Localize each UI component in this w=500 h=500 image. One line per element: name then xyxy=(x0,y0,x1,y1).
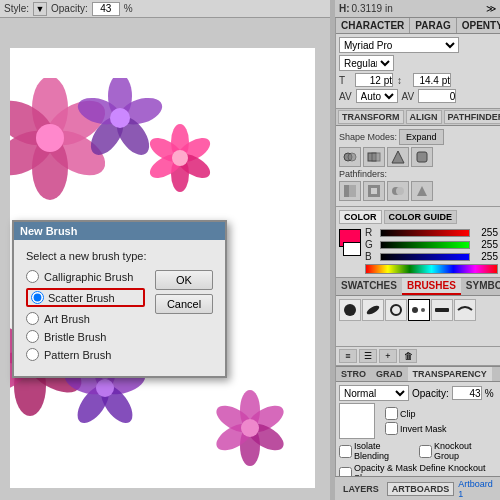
tab-character[interactable]: CHARACTER xyxy=(336,18,410,33)
svg-point-39 xyxy=(240,426,260,466)
svg-point-40 xyxy=(212,418,257,455)
b-value: 255 xyxy=(473,251,498,262)
sbs-tabs: SWATCHES BRUSHES SYMBOLS xyxy=(336,278,500,296)
isolate-blending-check[interactable]: Isolate Blending xyxy=(339,441,416,461)
pathfinder-panel: Shape Modes: Expand Pathfinders: xyxy=(336,126,500,207)
svg-rect-50 xyxy=(349,185,356,197)
tab-align[interactable]: ALIGN xyxy=(406,110,442,124)
g-slider[interactable] xyxy=(380,241,470,249)
color-spectrum-bar[interactable] xyxy=(365,264,498,274)
brush-item-1[interactable] xyxy=(339,299,361,321)
radio-calligraphic-row: Calligraphic Brush xyxy=(26,270,145,283)
tab-layers[interactable]: LAYERS xyxy=(339,483,383,495)
opacity-input[interactable] xyxy=(92,2,120,16)
brush-delete-btn[interactable]: 🗑 xyxy=(399,349,417,363)
svg-point-13 xyxy=(171,124,189,160)
ok-button[interactable]: OK xyxy=(155,270,213,290)
style-dropdown[interactable]: ▼ xyxy=(33,2,47,16)
brush-new-btn[interactable]: + xyxy=(379,349,397,363)
tab-gradient[interactable]: GRAD xyxy=(371,367,408,381)
svg-point-56 xyxy=(344,304,356,316)
tab-symbols[interactable]: SYMBOLS xyxy=(461,278,500,295)
color-panel: COLOR COLOR GUIDE R 255 G 255 xyxy=(336,207,500,278)
brushes-toolbar: ≡ ☰ + 🗑 xyxy=(336,346,500,365)
expand-icon[interactable]: ≫ xyxy=(486,3,496,14)
radio-pattern-label: Pattern Brush xyxy=(44,349,111,361)
pf-path-btn-1[interactable] xyxy=(339,181,361,201)
dialog-content-row: Calligraphic Brush Scatter Brush Art Bru… xyxy=(26,270,213,366)
tab-brushes[interactable]: BRUSHES xyxy=(402,278,461,295)
radio-calligraphic-label: Calligraphic Brush xyxy=(44,271,133,283)
pf-btn-1[interactable] xyxy=(339,147,361,167)
svg-point-37 xyxy=(243,400,288,437)
tab-color[interactable]: COLOR xyxy=(339,210,382,224)
tracking-select[interactable]: Auto xyxy=(356,89,398,103)
svg-point-12 xyxy=(110,108,130,128)
tab-transparency[interactable]: TRANSPARENCY xyxy=(408,367,492,381)
new-brush-dialog[interactable]: New Brush Select a new brush type: Calli… xyxy=(12,220,227,378)
pf-btn-2[interactable] xyxy=(363,147,385,167)
expand-button[interactable]: Expand xyxy=(399,129,444,145)
transform-tabs: TRANSFORM ALIGN PATHFINDER xyxy=(336,109,500,126)
dialog-title-bar: New Brush xyxy=(14,222,225,240)
brush-tool-1[interactable]: ≡ xyxy=(339,349,357,363)
font-size-input[interactable] xyxy=(355,73,393,87)
radio-scatter[interactable] xyxy=(31,291,44,304)
r-slider[interactable] xyxy=(380,229,470,237)
radio-calligraphic[interactable] xyxy=(26,270,39,283)
leading-input[interactable] xyxy=(413,73,451,87)
b-label: B xyxy=(365,251,377,262)
svg-point-59 xyxy=(412,307,418,313)
kerning-input[interactable] xyxy=(418,89,456,103)
brush-item-2[interactable] xyxy=(362,299,384,321)
tab-stroke[interactable]: STRO xyxy=(336,367,371,381)
invert-mask-check[interactable]: Invert Mask xyxy=(385,422,447,435)
brush-item-4[interactable] xyxy=(408,299,430,321)
brush-item-3[interactable] xyxy=(385,299,407,321)
tab-parag[interactable]: PARAG xyxy=(410,18,456,33)
b-slider[interactable] xyxy=(380,253,470,261)
svg-point-9 xyxy=(110,111,155,161)
tab-swatches[interactable]: SWATCHES xyxy=(336,278,402,295)
pf-path-btn-2[interactable] xyxy=(363,181,385,201)
dialog-title: New Brush xyxy=(20,225,77,237)
pf-path-btn-4[interactable] xyxy=(411,181,433,201)
clip-check[interactable]: Clip xyxy=(385,407,447,420)
blend-mode-select[interactable]: Normal xyxy=(339,385,409,401)
brush-item-6[interactable] xyxy=(454,299,476,321)
tab-transform[interactable]: TRANSFORM xyxy=(338,110,404,124)
radio-bristle[interactable] xyxy=(26,330,39,343)
svg-rect-48 xyxy=(417,152,427,162)
font-style-select[interactable]: Regular xyxy=(339,55,394,71)
radio-pattern[interactable] xyxy=(26,348,39,361)
knockout-group-check[interactable]: Knockout Group xyxy=(419,441,497,461)
brush-grid xyxy=(339,299,497,321)
tab-color-guide[interactable]: COLOR GUIDE xyxy=(384,210,458,224)
radio-bristle-label: Bristle Brush xyxy=(44,331,106,343)
stroke-swatch[interactable] xyxy=(343,242,361,256)
radio-pattern-row: Pattern Brush xyxy=(26,348,145,361)
svg-point-30 xyxy=(71,380,115,429)
pf-path-btn-3[interactable] xyxy=(387,181,409,201)
opacity-unit: % xyxy=(485,388,494,399)
pf-btn-3[interactable] xyxy=(387,147,409,167)
radio-art[interactable] xyxy=(26,312,39,325)
font-family-select[interactable]: Myriad Pro xyxy=(339,37,459,53)
tab-openty[interactable]: OPENTY xyxy=(457,18,500,33)
svg-point-41 xyxy=(212,400,257,437)
opacity-value-input[interactable] xyxy=(452,386,482,400)
cancel-button[interactable]: Cancel xyxy=(155,294,213,314)
swatches-brushes-symbols-panel: SWATCHES BRUSHES SYMBOLS xyxy=(336,278,500,366)
radio-options: Calligraphic Brush Scatter Brush Art Bru… xyxy=(26,270,145,366)
tab-artboards[interactable]: ARTBOARDS xyxy=(387,482,455,496)
svg-point-29 xyxy=(95,380,139,429)
top-toolbar: Style: ▼ Opacity: % xyxy=(0,0,330,18)
pf-btn-4[interactable] xyxy=(411,147,433,167)
tab-pathfinder[interactable]: PATHFINDER xyxy=(444,110,501,124)
svg-point-38 xyxy=(243,418,288,455)
color-panel-tabs: COLOR COLOR GUIDE xyxy=(339,210,497,224)
svg-point-4 xyxy=(10,121,61,184)
pathfinders-label: Pathfinders: xyxy=(339,169,387,179)
brush-tool-2[interactable]: ☰ xyxy=(359,349,377,363)
brush-item-5[interactable] xyxy=(431,299,453,321)
